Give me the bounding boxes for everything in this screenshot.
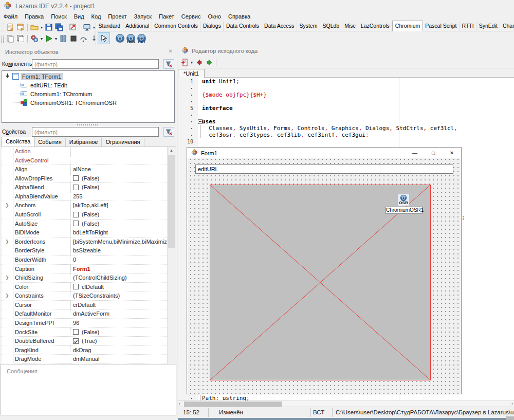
property-row[interactable]: DefaultMonitordmActiveForm xyxy=(2,309,176,319)
palette-tab-chromium[interactable]: Chromium xyxy=(392,21,423,31)
dropdown-arrow-icon[interactable]: ▼ xyxy=(40,23,44,32)
property-row[interactable]: ColorclDefault xyxy=(2,283,176,292)
property-row[interactable]: AutoSize(False) xyxy=(2,220,176,229)
tree-item[interactable]: Chromium1: TChromium xyxy=(21,89,94,98)
property-row[interactable]: CaptionForm1 xyxy=(2,265,176,274)
palette-tab-additional[interactable]: Additional xyxy=(123,22,152,31)
change-build-mode-icon[interactable] xyxy=(68,23,78,32)
unit-selector-icon[interactable] xyxy=(180,58,189,67)
palette-tab-pascal-script[interactable]: Pascal Script xyxy=(423,22,460,31)
palette-tab-synedit[interactable]: SynEdit xyxy=(476,22,500,31)
inspector-tab-Избранное[interactable]: Избранное xyxy=(66,138,102,147)
components-filter-input[interactable]: (фильтр) xyxy=(32,59,159,69)
palette-component-chromium-cxt[interactable]: CXT xyxy=(137,33,146,43)
checkbox-unchecked[interactable] xyxy=(73,221,79,226)
scroll-right-icon[interactable]: › xyxy=(511,401,513,406)
checkbox-checked[interactable] xyxy=(73,338,79,344)
palette-tab-standard[interactable]: Standard xyxy=(96,22,123,31)
property-row[interactable]: ActiveControl xyxy=(2,156,176,166)
chromium-browser-placeholder[interactable] xyxy=(210,185,431,380)
stop-icon[interactable] xyxy=(69,34,78,43)
palette-tab-common-controls[interactable]: Common Controls xyxy=(152,22,201,31)
select-cursor-button[interactable] xyxy=(98,32,110,44)
property-row[interactable]: ❯Constraints(TSizeConstraints) xyxy=(2,291,176,301)
property-row[interactable]: ❯Anchors[akTop,akLeft] xyxy=(2,201,176,210)
palette-tab-lazcontrols[interactable]: LazControls xyxy=(358,22,392,31)
tree-item[interactable]: ChromiumOSR1: TChromiumOSR xyxy=(21,98,118,107)
checkbox-unchecked[interactable] xyxy=(73,175,79,181)
tab-unit1[interactable]: *Unit1 xyxy=(178,69,205,78)
view-units-icon[interactable] xyxy=(82,23,91,32)
close-button[interactable]: ✕ xyxy=(443,148,461,158)
filter-clear-icon[interactable] xyxy=(163,127,174,137)
editor-horizontal-scrollbar[interactable]: ‹ › xyxy=(178,400,514,407)
property-row[interactable]: BorderWidth0 xyxy=(2,255,176,265)
expand-icon[interactable]: ❯ xyxy=(5,275,9,280)
property-row[interactable]: DesignTimePPI96 xyxy=(2,319,176,328)
property-row[interactable]: AllowDropFiles(False) xyxy=(2,174,176,184)
menu-Запуск[interactable]: Запуск xyxy=(131,12,155,22)
dropdown-arrow-icon[interactable]: ▼ xyxy=(54,34,58,43)
tree-item[interactable]: Form1: TForm1 xyxy=(4,72,63,81)
scroll-left-icon[interactable]: ‹ xyxy=(179,401,180,406)
menu-Пакет[interactable]: Пакет xyxy=(155,12,178,22)
pause-icon[interactable] xyxy=(59,34,68,43)
close-icon[interactable]: ✕ xyxy=(169,48,173,54)
checkbox-unchecked[interactable] xyxy=(73,329,79,335)
property-row[interactable]: BorderStylebsSizeable xyxy=(2,246,176,255)
scrollbar-thumb[interactable] xyxy=(184,401,282,407)
maximize-button[interactable]: □ xyxy=(424,148,443,158)
menu-Справка[interactable]: Справка xyxy=(225,12,254,22)
navigate-forward-icon[interactable] xyxy=(205,58,214,67)
inspector-tab-Ограничения[interactable]: Ограничения xyxy=(102,138,144,147)
new-form-icon[interactable] xyxy=(16,23,25,32)
inspector-tab-Свойства[interactable]: Свойства xyxy=(2,137,34,147)
property-row[interactable]: AutoScroll(False) xyxy=(2,210,176,220)
palette-tab-chart[interactable]: Chart xyxy=(500,22,514,31)
filter-clear-icon[interactable] xyxy=(163,59,174,69)
run-icon[interactable] xyxy=(44,34,53,43)
chromiumosr-component-icon[interactable]: OSR xyxy=(398,194,409,206)
dropdown-arrow-icon[interactable]: ▼ xyxy=(92,23,96,32)
palette-tab-data-access[interactable]: Data Access xyxy=(262,22,297,31)
inspector-tab-События[interactable]: События xyxy=(34,138,65,147)
property-grid-scrollbar[interactable]: ▲ xyxy=(167,147,176,364)
menu-Правка[interactable]: Правка xyxy=(21,12,47,22)
property-row[interactable]: DragKinddkDrag xyxy=(2,346,176,355)
palette-component-chromium-osr[interactable]: OSR xyxy=(126,33,136,43)
palette-tab-data-controls[interactable]: Data Controls xyxy=(224,22,262,31)
property-row[interactable]: DoubleBuffered(True) xyxy=(2,337,176,346)
save-all-icon[interactable] xyxy=(54,23,64,32)
property-row[interactable]: BiDiModebdLeftToRight xyxy=(2,228,176,238)
property-row[interactable]: DragModedmManual xyxy=(2,355,176,364)
menu-Поиск[interactable]: Поиск xyxy=(47,12,70,22)
expand-icon[interactable]: ❯ xyxy=(5,239,9,244)
expand-icon[interactable]: ❯ xyxy=(5,203,9,208)
menu-Файл[interactable]: Файл xyxy=(0,12,21,22)
minimize-button[interactable]: — xyxy=(406,148,424,158)
property-row[interactable]: CursorcrDefault xyxy=(2,301,176,310)
dropdown-arrow-icon[interactable]: ▼ xyxy=(190,58,194,67)
form-designer-canvas[interactable]: editURL OSR ChromiumOSR1 xyxy=(187,158,461,394)
property-row[interactable]: ❯BorderIcons[biSystemMenu,biMinimize,biM… xyxy=(2,238,176,247)
dropdown-arrow-icon[interactable]: ▼ xyxy=(40,34,44,43)
palette-tab-system[interactable]: System xyxy=(297,22,320,31)
property-row[interactable]: AlignalNone xyxy=(2,165,176,174)
property-row[interactable]: AlphaBlend(False) xyxy=(2,183,176,192)
palette-component-chromium[interactable] xyxy=(115,33,125,43)
expand-icon[interactable]: ❯ xyxy=(5,293,9,298)
checkbox-unchecked[interactable] xyxy=(73,212,79,217)
save-icon[interactable] xyxy=(44,23,53,32)
collapse-arrow-icon[interactable] xyxy=(4,72,11,80)
menu-Сервис[interactable]: Сервис xyxy=(178,12,205,22)
new-unit-icon[interactable] xyxy=(6,23,15,32)
palette-tab-misc[interactable]: Misc xyxy=(342,22,359,31)
inspector-splitter[interactable] xyxy=(0,123,177,126)
palette-tab-rtti[interactable]: RTTI xyxy=(460,22,476,31)
property-row[interactable]: ❯ChildSizing(TControlChildSizing) xyxy=(2,273,176,283)
property-row[interactable]: DockSite(False) xyxy=(2,328,176,337)
palette-tab-sqldb[interactable]: SQLdb xyxy=(320,22,342,31)
menu-Код[interactable]: Код xyxy=(88,12,105,22)
menu-Вид[interactable]: Вид xyxy=(70,12,88,22)
menu-Проект[interactable]: Проект xyxy=(104,12,130,22)
